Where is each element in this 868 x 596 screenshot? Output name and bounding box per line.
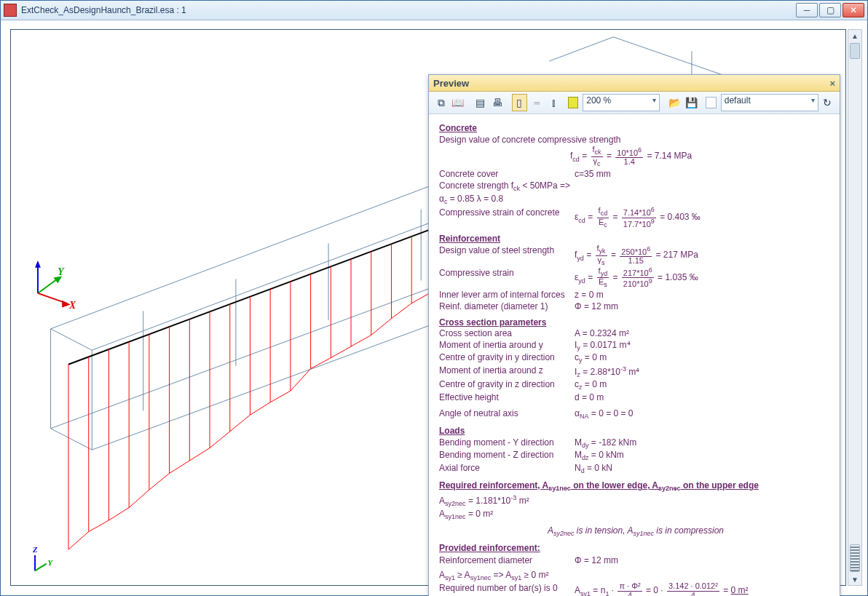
data-row: Bending moment - Z directionMdz = 0 kNm [439,449,832,463]
preview-close-icon[interactable]: × [829,78,835,89]
svg-text:X: X [68,300,76,311]
refresh-icon[interactable]: ↻ [820,94,835,111]
data-row: Axial forceNd = 0 kN [439,462,832,476]
app-icon [4,4,17,17]
label-fcd: Design value of concrete compressive str… [439,134,832,146]
axes-mini: Z Y [32,545,54,571]
svg-line-14 [51,329,92,350]
preset-select[interactable]: default [721,94,818,111]
svg-marker-1 [35,261,41,268]
preview-toolbar: ⧉ 📖 ▤ 🖶 ▯ ⎓ ⫿ 200 % 📂 💾 default ↻ [429,92,840,114]
svg-line-25 [549,37,613,61]
preview-content: Concrete Design value of concrete compre… [429,114,840,596]
preset-swatch[interactable] [706,97,716,108]
data-row: Centre of gravity in y directioncy = 0 m [439,351,832,365]
data-row: Moment of inertia around yIy = 0.0171 m⁴ [439,339,832,353]
minimize-button[interactable]: ─ [796,3,818,17]
preview-panel: Preview × ⧉ 📖 ▤ 🖶 ▯ ⎓ ⫿ 200 % 📂 💾 [428,74,840,596]
save-icon[interactable]: 💾 [684,94,699,111]
section-provided: Provided reinforcement: [439,542,832,554]
svg-line-15 [51,271,478,429]
scroll-up-button[interactable]: ▲ [848,30,861,41]
close-button[interactable]: ✕ [843,3,864,17]
open-icon[interactable]: 📂 [667,94,682,111]
data-row: Bending moment - Y directionMdy = -182 k… [439,437,832,450]
vertical-scrollbar[interactable]: ▲ ▼ [848,29,862,586]
eq-fcd: fcd = fckγc = 10*1061.4 = 7.14 MPa [439,146,832,167]
fit-width-icon[interactable]: ⎓ [529,94,544,111]
section-cross: Cross section parameters [439,317,832,328]
book-icon[interactable]: 📖 [450,94,465,111]
svg-text:Y: Y [48,558,54,567]
preview-header[interactable]: Preview × [429,75,840,92]
svg-text:Y: Y [58,266,65,277]
svg-line-4 [38,293,66,303]
scroll-thumb[interactable] [850,43,860,59]
axes-main: X Y [35,261,76,311]
data-row: Cross section areaA = 0.2324 m² [439,327,832,339]
stack-icon[interactable]: ▤ [473,94,488,111]
titlebar: ExtCheck_AsDesignHaunch_Brazil.esa : 1 ─… [1,1,867,20]
section-concrete: Concrete [439,122,832,134]
window-title: ExtCheck_AsDesignHaunch_Brazil.esa : 1 [21,5,796,15]
zoom-select[interactable]: 200 % [583,94,660,111]
client-area: X Y Z Y [1,20,867,595]
svg-line-10 [35,564,47,571]
data-row: Centre of gravity in z directioncz = 0 m [439,378,832,392]
section-loads: Loads [439,425,832,437]
scroll-down-button[interactable]: ▼ [848,573,861,585]
svg-line-17 [51,429,92,450]
svg-text:Z: Z [32,545,38,554]
section-reinforcement: Reinforcement [439,233,832,245]
section-req-reinf: Required reinforcement, Asy1nec on the l… [439,480,832,493]
preview-title: Preview [433,78,469,89]
fit-height-icon[interactable]: ⫿ [545,94,561,111]
data-row: Moment of inertia around zIz = 2.88*10-3… [439,365,832,380]
maximize-button[interactable]: ▢ [819,3,841,17]
app-window: ExtCheck_AsDesignHaunch_Brazil.esa : 1 ─… [0,0,868,596]
copy-icon[interactable]: ⧉ [433,94,449,111]
color-swatch[interactable] [568,97,578,108]
svg-marker-3 [53,276,62,283]
window-buttons: ─ ▢ ✕ [796,3,864,17]
scroll-grip[interactable] [850,544,860,572]
fit-page-icon[interactable]: ▯ [512,94,527,111]
data-row: Effective heightd = 0 m [439,392,832,403]
print-icon[interactable]: 🖶 [489,94,505,111]
